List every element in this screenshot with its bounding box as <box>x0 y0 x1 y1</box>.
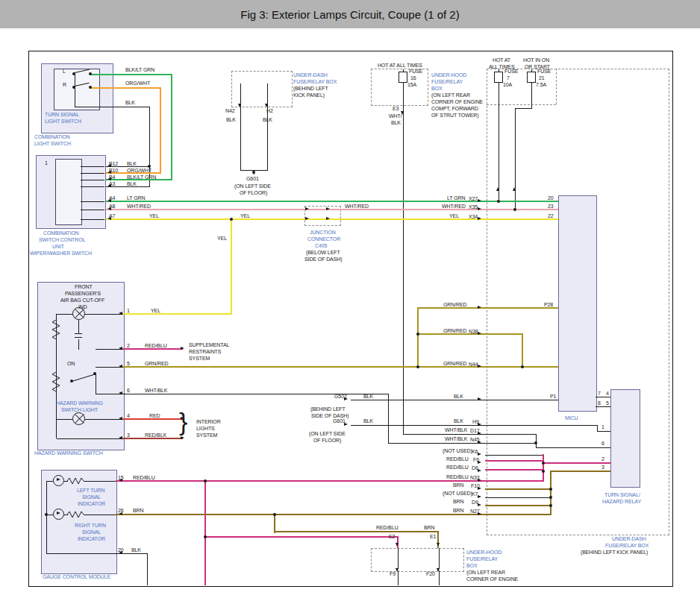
wire-segment <box>439 548 440 569</box>
resistor-icon <box>51 372 60 391</box>
fuse-section-divider-v <box>556 69 557 104</box>
component-caption: UNDER-HOOD <box>466 550 501 555</box>
wire-label: N42 <box>225 108 235 113</box>
wire-segment <box>543 454 544 482</box>
wire-segment <box>597 425 598 431</box>
wire-label: RED/BLU <box>446 465 469 470</box>
wire-label: CORNER OF ENGINE <box>466 576 518 582</box>
wire-label: PASSENGER'S <box>65 291 101 296</box>
wire-label: RED/BLU <box>446 456 469 462</box>
wire-label: B12 <box>109 161 118 166</box>
wire-label: 16 <box>410 75 416 81</box>
wire-label: SIDE OF DASH) <box>304 257 342 262</box>
resistor-icon <box>67 477 84 485</box>
connector-arrow-icon <box>119 391 122 394</box>
wire-label: (ON LEFT SIDE <box>234 183 271 189</box>
wire-label: RED <box>149 413 160 418</box>
wire-segment <box>116 514 551 515</box>
component-caption: INDICATOR <box>78 501 105 506</box>
wire-segment <box>536 434 537 447</box>
component-caption: FUSE/RELAY <box>431 79 463 84</box>
wire-label: 20 <box>548 195 554 201</box>
wire-label: (NOT USED) <box>443 491 472 496</box>
connector-arrow-icon <box>478 397 481 400</box>
wire-label: 1 <box>127 308 130 313</box>
junction-dot <box>273 513 276 516</box>
wire-label: FUSE <box>504 69 518 74</box>
wire-label: B4 <box>109 174 115 180</box>
wire-label: A4 <box>109 195 115 201</box>
wire-segment <box>123 366 558 368</box>
wire-label: LT GRN <box>447 195 465 201</box>
wire-segment <box>85 419 123 420</box>
wire-label: (BELOW LEFT <box>306 250 340 255</box>
junction-dot <box>230 218 233 221</box>
wire-segment <box>78 339 79 350</box>
junction-dot <box>72 86 75 89</box>
wire-label: YEL <box>149 213 159 218</box>
wire-segment <box>75 333 82 334</box>
wire-label: 23 <box>548 204 554 209</box>
component-caption: C405 <box>315 243 327 248</box>
component-caption: BOX <box>431 86 442 91</box>
wire-label: 15 <box>118 475 124 480</box>
wire-label: GRN/RED <box>443 302 467 307</box>
wire-label: OF FLOOR) <box>240 190 267 195</box>
wire-label: 7.5A <box>536 82 546 87</box>
resistor-icon <box>51 320 60 339</box>
junction-dot <box>204 535 207 538</box>
wire-label: ORG/WHT <box>125 81 150 86</box>
wire-label: 4 <box>127 413 130 418</box>
component-caption: TURN SIGNAL/ <box>604 492 640 497</box>
wire-segment <box>57 419 72 420</box>
wire-label: K7 <box>472 491 478 497</box>
wire-label: P28 <box>544 302 553 307</box>
wire-label: A3 <box>109 181 115 186</box>
wire-label: HOT IN ON <box>523 57 549 63</box>
component-caption: UNIT <box>52 244 64 249</box>
wire-label: (ON LEFT REAR <box>466 570 505 575</box>
wire-label: YEL <box>151 308 160 313</box>
wire-segment <box>596 406 610 407</box>
wire-label: OF FLOOR) <box>313 438 341 443</box>
wire-segment <box>147 553 148 585</box>
wire-segment <box>485 455 543 456</box>
wire-segment <box>515 108 532 109</box>
wire-label: } <box>179 409 187 435</box>
wire-segment <box>543 462 610 464</box>
wire-label: 7 <box>598 391 601 396</box>
wire-segment <box>84 515 116 515</box>
junction-dot <box>252 171 255 174</box>
wire-segment <box>388 443 536 444</box>
wire-segment <box>123 394 388 394</box>
wire-segment <box>123 313 232 315</box>
component-caption: SIGNAL <box>82 494 101 500</box>
wire-segment <box>351 425 597 426</box>
wire-segment <box>46 553 116 554</box>
connector-arrow-icon <box>119 365 122 368</box>
component-caption: CONNECTOR <box>307 236 340 242</box>
component-caption: BOX <box>466 563 477 568</box>
fuse-16-symbol <box>399 72 407 83</box>
wire-label: RED/BLK <box>145 432 166 438</box>
wire-segment <box>81 166 104 167</box>
wire-segment <box>96 374 96 394</box>
wire-label: BLK <box>125 100 135 105</box>
wire-label: BLK <box>391 120 401 125</box>
junction-dot <box>70 380 73 383</box>
wire-label: 5 <box>606 400 609 406</box>
wire-label: AIR BAG CUT-OFF <box>60 298 104 303</box>
wire-label: BRN <box>424 525 434 530</box>
junction-dot <box>497 200 500 203</box>
wire-label: LT GRN <box>127 195 145 201</box>
component-caption: WIPER/WASHER SWITCH <box>30 251 92 256</box>
wire-segment <box>81 219 104 220</box>
junction-dot <box>45 513 48 516</box>
wire-segment <box>84 314 123 315</box>
junction-dot <box>549 504 552 507</box>
wire-segment <box>240 106 241 170</box>
wire-segment <box>106 201 558 202</box>
junction-dot <box>549 496 552 499</box>
resistor-icon <box>67 511 84 518</box>
wire-label: OF STRUT TOWER) <box>431 113 478 118</box>
